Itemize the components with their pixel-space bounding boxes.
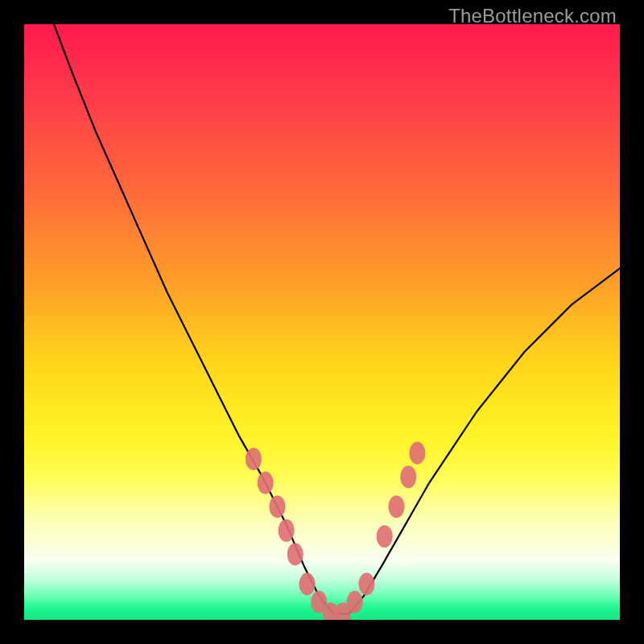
data-marker (258, 472, 274, 494)
data-marker (299, 573, 316, 596)
data-marker (246, 448, 262, 470)
data-marker (359, 573, 375, 596)
data-marker (279, 519, 295, 542)
chart-frame: TheBottleneck.com (0, 0, 644, 644)
marker-group (246, 442, 426, 620)
data-marker (400, 465, 416, 488)
data-marker (270, 495, 286, 518)
data-marker (409, 442, 425, 464)
data-marker (377, 525, 393, 547)
chart-svg (24, 24, 620, 620)
curve-line (54, 24, 620, 614)
data-marker (389, 495, 405, 518)
plot-area (24, 24, 620, 620)
data-marker (347, 591, 363, 613)
data-marker (287, 543, 303, 566)
